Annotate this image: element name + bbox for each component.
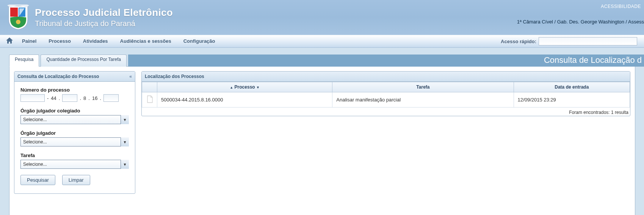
sort-asc-icon: ▲	[230, 86, 233, 89]
results-panel: Localização dos Processos ▲ Processo ▼ T…	[141, 71, 630, 116]
svg-rect-0	[10, 8, 18, 17]
quick-access-input[interactable]	[539, 37, 637, 45]
column-tarefa[interactable]: Tarefa	[332, 82, 514, 92]
tarefa-select[interactable]: Selecione... ▼	[20, 160, 129, 169]
nav-item-configuracao[interactable]: Configuração	[177, 35, 221, 48]
chevron-down-icon: ▼	[121, 115, 129, 124]
tab-pesquisa[interactable]: Pesquisa	[9, 55, 39, 67]
orgao-julgador-row: Órgão julgador Selecione... ▼	[20, 130, 129, 146]
text-sep-dash: -	[46, 95, 49, 101]
quick-access-label: Acesso rápido:	[501, 39, 536, 44]
home-icon[interactable]	[3, 37, 16, 45]
column-processo-label: Processo	[235, 84, 255, 90]
chevron-down-icon: ▼	[121, 137, 129, 146]
orgao-colegiado-value: Selecione...	[20, 115, 129, 124]
orgao-colegiado-select[interactable]: Selecione... ▼	[20, 115, 129, 124]
panel-row: Consulta de Localização do Processo « Nú…	[9, 66, 635, 215]
button-row: Pesquisar Limpar	[20, 175, 129, 185]
process-number-j: 8	[83, 95, 86, 101]
user-context-line: 1ª Câmara Cível / Gab. Des. George Washi…	[517, 19, 644, 25]
clear-button[interactable]: Limpar	[62, 175, 90, 185]
cell-data-entrada: 12/09/2015 23:29	[514, 92, 630, 108]
text-sep-dot2: .	[79, 95, 82, 101]
table-row[interactable]: 5000034-44.2015.8.16.0000 Analisar manif…	[142, 92, 630, 108]
tarefa-value: Selecione...	[20, 160, 129, 169]
content-wrap: Pesquisa Quantidade de Processos Por Tar…	[0, 48, 644, 215]
accessibility-link[interactable]: ACESSIBILIDADE	[517, 4, 644, 9]
tarefa-label: Tarefa	[20, 153, 129, 158]
text-sep-dot1: .	[58, 95, 61, 101]
header-titles: Processo Judicial Eletrônico Tribunal de…	[35, 7, 173, 28]
process-number-year[interactable]	[62, 94, 77, 102]
main-navbar: Painel Processo Atividades Audiências e …	[0, 35, 644, 48]
column-data-entrada[interactable]: Data de entrada	[514, 82, 630, 92]
search-panel: Consulta de Localização do Processo « Nú…	[14, 71, 135, 194]
process-number-dv: 44	[51, 95, 56, 101]
document-icon	[142, 92, 157, 108]
orgao-colegiado-row: Órgão julgador colegiado Selecione... ▼	[20, 108, 129, 124]
column-icon	[142, 82, 157, 92]
results-footer: Foram encontrados: 1 resulta	[142, 108, 630, 116]
nav-item-painel[interactable]: Painel	[16, 35, 42, 48]
nav-item-audiencias[interactable]: Audiências e sessões	[114, 35, 177, 48]
app-header: Processo Judicial Eletrônico Tribunal de…	[0, 0, 644, 35]
orgao-julgador-select[interactable]: Selecione... ▼	[20, 137, 129, 146]
results-table: ▲ Processo ▼ Tarefa Data de entrada 5000…	[142, 82, 630, 108]
page-heading: Consulta de Localização d	[128, 55, 644, 67]
cell-tarefa: Analisar manifestação parcial	[332, 92, 514, 108]
tab-quantidade-processos[interactable]: Quantidade de Processos Por Tarefa	[41, 55, 127, 67]
nav-item-atividades[interactable]: Atividades	[77, 35, 114, 48]
text-sep-dot3: .	[88, 95, 91, 101]
results-panel-title: Localização dos Processos	[142, 72, 630, 82]
process-number-fields: - 44 . . 8 . 16 .	[20, 94, 129, 102]
process-number-seq[interactable]	[20, 94, 45, 102]
orgao-julgador-label: Órgão julgador	[20, 130, 129, 136]
process-number-label: Número do processo	[20, 87, 129, 93]
cell-processo: 5000034-44.2015.8.16.0000	[157, 92, 332, 108]
column-processo[interactable]: ▲ Processo ▼	[157, 82, 332, 92]
collapse-icon[interactable]: «	[129, 74, 132, 79]
chevron-down-icon: ▼	[121, 160, 129, 169]
nav-item-processo[interactable]: Processo	[42, 35, 77, 48]
search-panel-body: Número do processo - 44 . . 8 . 16 .	[14, 82, 135, 193]
process-number-origin[interactable]	[103, 94, 119, 102]
app-title: Processo Judicial Eletrônico	[35, 7, 173, 19]
tarefa-row: Tarefa Selecione... ▼	[20, 153, 129, 169]
tab-strip: Pesquisa Quantidade de Processos Por Tar…	[9, 55, 644, 67]
process-number-row: Número do processo - 44 . . 8 . 16 .	[20, 87, 129, 102]
svg-point-2	[16, 20, 20, 24]
process-number-tr: 16	[92, 95, 97, 101]
sort-desc-icon: ▼	[256, 86, 260, 89]
header-right: ACESSIBILIDADE 1ª Câmara Cível / Gab. De…	[517, 4, 644, 25]
text-sep-dot4: .	[99, 95, 102, 101]
search-panel-header: Consulta de Localização do Processo «	[14, 72, 135, 82]
search-panel-title: Consulta de Localização do Processo	[17, 74, 99, 79]
search-button[interactable]: Pesquisar	[20, 175, 55, 185]
coat-of-arms-icon	[7, 4, 30, 31]
quick-access: Acesso rápido:	[501, 37, 641, 45]
orgao-colegiado-label: Órgão julgador colegiado	[20, 108, 129, 114]
orgao-julgador-value: Selecione...	[20, 137, 129, 146]
app-subtitle: Tribunal de Justiça do Paraná	[35, 19, 173, 28]
